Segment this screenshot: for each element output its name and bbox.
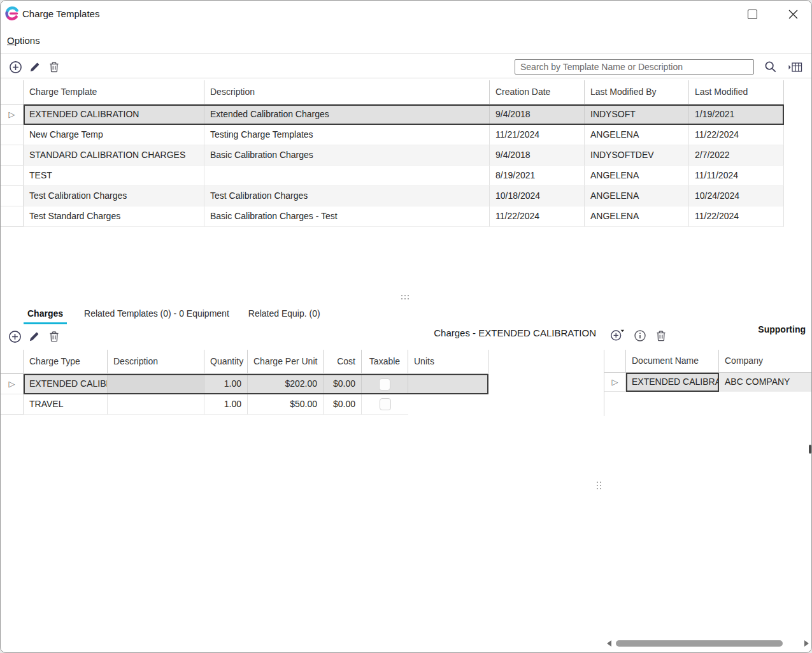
cell-description[interactable]: Extended Calibration Charges [204, 104, 490, 125]
cell-charge-template[interactable]: TEST [24, 166, 204, 186]
row-selector-cell[interactable] [1, 186, 24, 206]
column-chooser-icon[interactable] [788, 59, 803, 75]
cell-creation-date[interactable]: 9/4/2018 [490, 104, 585, 125]
col-header-description[interactable]: Description [108, 350, 204, 374]
cell-description[interactable]: Basic Calibration Charges - Test [204, 206, 490, 227]
cell-last-modified-by[interactable]: ANGELENA [585, 186, 689, 206]
table-row[interactable]: ▷ EXTENDED CALIBRATION Extended Calibrat… [1, 104, 784, 125]
col-header-creation-date[interactable]: Creation Date [490, 80, 585, 104]
cell-charge-template[interactable]: Test Calibration Charges [24, 186, 204, 206]
cell-charge-per-unit[interactable]: $50.00 [248, 394, 324, 415]
cell-quantity[interactable]: 1.00 [204, 374, 248, 394]
table-row[interactable]: ▷ EXTENDED CALIBRATI ABC COMPANY [604, 373, 811, 392]
horizontal-scrollbar[interactable] [604, 638, 811, 649]
cell-charge-template[interactable]: Test Standard Charges [24, 206, 204, 227]
cell-cost[interactable]: $0.00 [324, 394, 362, 415]
cell-last-modified[interactable]: 1/19/2021 [689, 104, 784, 125]
cell-last-modified-by[interactable]: INDYSOFTDEV [585, 145, 689, 166]
vertical-scrollbar-thumb[interactable] [809, 445, 811, 454]
row-selector-cell[interactable] [1, 125, 24, 145]
cell-quantity[interactable]: 1.00 [204, 394, 248, 415]
col-header-document-name[interactable]: Document Name [626, 350, 719, 373]
cell-charge-template[interactable]: STANDARD CALIBRATION CHARGES [24, 145, 204, 166]
table-row[interactable]: Test Calibration Charges Test Calibratio… [1, 186, 784, 206]
cell-last-modified[interactable]: 11/22/2024 [689, 125, 784, 145]
cell-last-modified[interactable]: 10/24/2024 [689, 186, 784, 206]
delete-document-button[interactable] [653, 328, 669, 343]
scrollbar-track[interactable] [616, 640, 799, 647]
cell-creation-date[interactable]: 9/4/2018 [490, 145, 585, 166]
cell-cost[interactable]: $0.00 [324, 374, 362, 394]
add-template-button[interactable] [8, 59, 23, 75]
row-selector-cell[interactable] [1, 394, 24, 415]
col-header-units[interactable]: Units [408, 350, 488, 374]
scroll-left-arrow[interactable] [604, 639, 613, 648]
cell-units[interactable] [408, 394, 488, 415]
col-header-last-modified-by[interactable]: Last Modified By [585, 80, 689, 104]
col-header-description[interactable]: Description [204, 80, 490, 104]
table-row[interactable]: Test Standard Charges Basic Calibration … [1, 206, 784, 227]
cell-last-modified-by[interactable]: INDYSOFT [585, 104, 689, 125]
cell-document-name[interactable]: EXTENDED CALIBRATI [626, 373, 719, 392]
cell-description[interactable]: Basic Calibration Charges [204, 145, 490, 166]
cell-last-modified[interactable]: 2/7/2022 [689, 145, 784, 166]
cell-charge-template[interactable]: New Charge Temp [24, 125, 204, 145]
col-header-taxable[interactable]: Taxable [362, 350, 408, 374]
col-header-charge-per-unit[interactable]: Charge Per Unit [248, 350, 324, 374]
table-row[interactable]: TEST 8/19/2021 ANGELENA 11/11/2024 [1, 166, 784, 186]
scroll-right-arrow[interactable] [802, 639, 811, 648]
delete-charge-button[interactable] [46, 329, 62, 344]
delete-template-button[interactable] [46, 59, 62, 75]
cell-creation-date[interactable]: 11/21/2024 [490, 125, 585, 145]
cell-last-modified-by[interactable]: ANGELENA [585, 206, 689, 227]
table-row[interactable]: STANDARD CALIBRATION CHARGES Basic Calib… [1, 145, 784, 166]
tab-related-templates[interactable]: Related Templates (0) - 0 Equipment [75, 305, 239, 324]
table-row[interactable]: TRAVEL 1.00 $50.00 $0.00 [1, 394, 488, 415]
tab-related-equip[interactable]: Related Equip. (0) [239, 305, 330, 324]
cell-last-modified-by[interactable]: ANGELENA [585, 166, 689, 186]
edit-template-button[interactable] [27, 59, 42, 75]
tab-charges[interactable]: Charges [24, 305, 67, 324]
cell-last-modified[interactable]: 11/11/2024 [689, 166, 784, 186]
row-selector-cell[interactable] [1, 206, 24, 227]
col-header-company[interactable]: Company [719, 350, 811, 373]
cell-description[interactable] [108, 394, 204, 415]
row-selector-cell[interactable]: ▷ [1, 104, 24, 125]
document-info-button[interactable] [632, 328, 648, 343]
search-icon[interactable] [763, 59, 778, 75]
edit-charge-button[interactable] [26, 329, 41, 344]
taxable-checkbox[interactable] [379, 378, 390, 391]
close-button[interactable] [778, 4, 808, 24]
cell-charge-per-unit[interactable]: $202.00 [248, 374, 324, 394]
cell-charge-type[interactable]: EXTENDED CALIBR [24, 374, 108, 394]
horizontal-splitter[interactable] [401, 295, 409, 299]
row-selector-cell[interactable] [1, 166, 24, 186]
row-selector-cell[interactable] [1, 145, 24, 166]
table-row[interactable]: New Charge Temp Testing Charge Templates… [1, 125, 784, 145]
row-selector-cell[interactable]: ▷ [604, 373, 626, 392]
menu-options[interactable]: Options [7, 30, 40, 52]
cell-units[interactable] [408, 374, 488, 394]
col-header-last-modified[interactable]: Last Modified [689, 80, 784, 104]
cell-creation-date[interactable]: 8/19/2021 [490, 166, 585, 186]
cell-charge-template[interactable]: EXTENDED CALIBRATION [24, 104, 204, 125]
col-header-quantity[interactable]: Quantity [204, 350, 248, 374]
cell-description[interactable] [108, 374, 204, 394]
col-header-cost[interactable]: Cost [324, 350, 362, 374]
scrollbar-thumb[interactable] [616, 640, 783, 647]
search-input[interactable] [515, 59, 754, 75]
add-charge-button[interactable] [7, 329, 22, 344]
cell-description[interactable]: Testing Charge Templates [204, 125, 490, 145]
cell-last-modified[interactable]: 11/22/2024 [689, 206, 784, 227]
taxable-checkbox[interactable] [380, 398, 391, 410]
row-selector-cell[interactable]: ▷ [1, 374, 24, 394]
cell-description[interactable] [204, 166, 490, 186]
vertical-splitter[interactable] [597, 482, 601, 489]
col-header-charge-type[interactable]: Charge Type [24, 350, 108, 374]
table-row[interactable]: ▷ EXTENDED CALIBR 1.00 $202.00 $0.00 [1, 374, 488, 394]
col-header-charge-template[interactable]: Charge Template [24, 80, 204, 104]
cell-description[interactable]: Test Calibration Charges [204, 186, 490, 206]
cell-company[interactable]: ABC COMPANY [719, 373, 811, 392]
cell-charge-type[interactable]: TRAVEL [24, 394, 108, 415]
add-document-button[interactable] [610, 327, 625, 342]
